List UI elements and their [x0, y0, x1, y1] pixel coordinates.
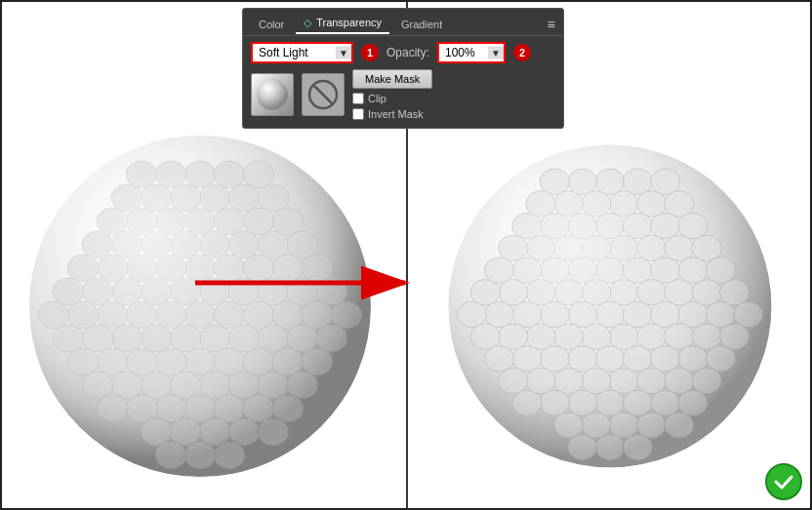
tab-transparency[interactable]: ◇ Transparency	[296, 14, 389, 34]
svg-point-201	[448, 144, 771, 467]
panel-tab-bar: Color ◇ Transparency Gradient ≡	[243, 9, 563, 36]
panel-body: Soft Light ▼ 1 Opacity: 100% ▼ 2	[243, 36, 563, 128]
confirm-button[interactable]	[765, 463, 802, 500]
clip-checkbox[interactable]	[352, 93, 364, 104]
mask-row: Make Mask Clip Invert Mask	[251, 69, 555, 120]
main-area: Color ◇ Transparency Gradient ≡ Soft Lig…	[0, 0, 812, 510]
opacity-select[interactable]: 100%	[437, 42, 506, 63]
invert-mask-label: Invert Mask	[368, 108, 424, 120]
tab-gradient-label: Gradient	[401, 19, 442, 30]
svg-point-204	[257, 79, 288, 110]
transparency-panel: Color ◇ Transparency Gradient ≡ Soft Lig…	[242, 8, 564, 129]
sphere-thumbnail-img	[255, 77, 290, 112]
tab-transparency-label: Transparency	[316, 17, 382, 28]
opacity-label: Opacity:	[386, 46, 429, 59]
golf-ball-right	[408, 102, 812, 510]
clip-label: Clip	[368, 93, 386, 104]
blend-opacity-row: Soft Light ▼ 1 Opacity: 100% ▼ 2	[251, 42, 555, 63]
panel-menu-icon[interactable]: ≡	[548, 17, 555, 32]
invert-mask-row: Invert Mask	[352, 108, 432, 120]
transparency-icon: ◇	[304, 17, 311, 28]
golf-ball-left	[5, 102, 395, 510]
sphere-thumbnail[interactable]	[251, 73, 294, 116]
invert-mask-checkbox[interactable]	[352, 108, 364, 120]
clip-row: Clip	[352, 93, 432, 104]
blend-badge: 1	[361, 44, 379, 61]
opacity-badge: 2	[513, 44, 531, 61]
svg-point-100	[29, 136, 371, 477]
checkmark-icon	[773, 471, 794, 492]
blend-mode-wrapper: Soft Light ▼	[251, 42, 353, 63]
make-mask-button[interactable]: Make Mask	[352, 69, 432, 89]
tab-color-label: Color	[259, 19, 284, 30]
tab-gradient[interactable]: Gradient	[393, 16, 450, 33]
no-mask-icon	[305, 77, 341, 112]
svg-line-206	[313, 85, 333, 104]
no-mask-thumbnail[interactable]	[302, 73, 345, 116]
mask-controls: Make Mask Clip Invert Mask	[352, 69, 432, 120]
tab-color[interactable]: Color	[251, 16, 292, 33]
blend-mode-select[interactable]: Soft Light	[251, 42, 353, 63]
opacity-wrapper: 100% ▼	[437, 42, 506, 63]
